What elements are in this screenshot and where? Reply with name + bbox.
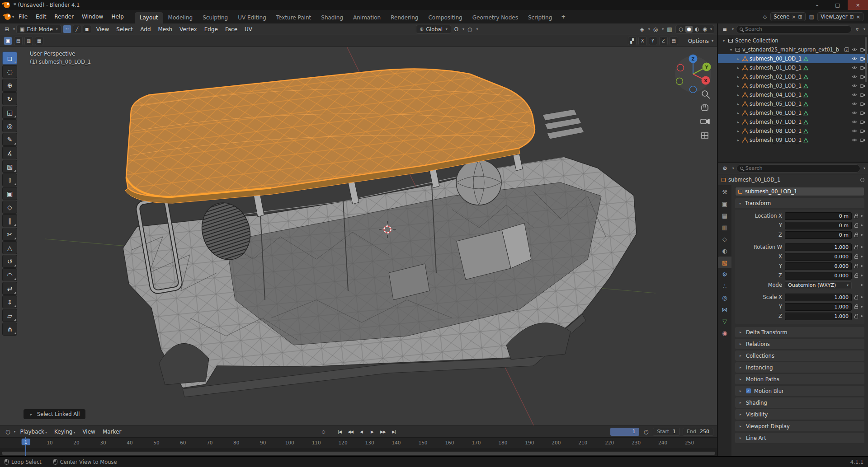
tab-modifiers[interactable]: ⚙: [718, 268, 731, 280]
play-button[interactable]: ▶: [367, 427, 377, 436]
tool-scale[interactable]: ◱: [2, 106, 17, 119]
lock-icon[interactable]: [854, 234, 858, 237]
tool-bevel[interactable]: ◇: [2, 201, 17, 214]
transform-panel-header[interactable]: ▾ Transform: [735, 198, 864, 208]
properties-section[interactable]: ▸ ✓ Delta Transform: [735, 327, 864, 337]
object-name-field[interactable]: submesh_00_LOD_1: [735, 187, 864, 196]
lock-icon[interactable]: [854, 225, 858, 228]
transform-value-field[interactable]: 0 m ▾: [785, 222, 852, 229]
viewport-3d[interactable]: Z Y X User Perspective (1) submesh_00_LO…: [0, 47, 717, 425]
outliner-search[interactable]: [736, 25, 852, 33]
tool-loop-cut[interactable]: ∥: [2, 214, 17, 227]
current-frame-field[interactable]: 1: [610, 428, 639, 436]
hide-viewport-eye-icon[interactable]: [852, 65, 857, 70]
tab-constraints[interactable]: ⋈: [718, 304, 731, 315]
mirror-z-button[interactable]: Z: [659, 37, 668, 45]
properties-section[interactable]: ▸ ✓ Motion Paths: [735, 374, 864, 384]
timeline-track-area[interactable]: [0, 448, 717, 456]
disclosure-icon[interactable]: ▾: [729, 48, 733, 52]
animate-dot-icon[interactable]: [861, 246, 863, 248]
transform-value-field[interactable]: 1.000 ▾: [785, 243, 852, 251]
lock-icon[interactable]: [854, 316, 858, 318]
animate-dot-icon[interactable]: [861, 275, 863, 276]
properties-section[interactable]: ▸ ✓ Relations: [735, 339, 864, 349]
properties-editor-type-button[interactable]: ⚙: [721, 165, 729, 172]
animate-dot-icon[interactable]: [861, 265, 863, 267]
collection-checkbox[interactable]: ✓: [844, 47, 849, 52]
tool-annotate[interactable]: ✎: [2, 133, 17, 146]
disable-render-camera-icon[interactable]: [860, 119, 865, 125]
outliner-search-input[interactable]: [745, 26, 848, 32]
tool-move[interactable]: ⊕: [2, 79, 17, 92]
blender-menu-icon[interactable]: [5, 14, 11, 20]
snap-magnet-icon[interactable]: Ω: [453, 26, 460, 33]
viewport-menu-item[interactable]: Face: [222, 26, 241, 33]
viewport-canvas[interactable]: Z Y X: [0, 47, 717, 425]
tool-cursor[interactable]: ◌: [2, 65, 17, 78]
shading-material-button[interactable]: ◐: [693, 26, 701, 33]
outliner-editor-type-button[interactable]: ≡: [721, 26, 729, 33]
filter-icon[interactable]: ▿: [854, 26, 860, 33]
animate-dot-icon[interactable]: [861, 234, 863, 236]
mirror-icon[interactable]: ▞: [628, 37, 637, 45]
outliner-object-row[interactable]: ▸ submesh_03_LOD_1: [718, 81, 868, 90]
disclosure-icon[interactable]: ▸: [736, 102, 741, 106]
xray-toggle-icon[interactable]: ▥: [665, 26, 674, 33]
animate-dot-icon[interactable]: [861, 315, 863, 317]
workspace-tab[interactable]: Geometry Nodes: [467, 12, 523, 23]
unlink-icon[interactable]: ×: [792, 14, 796, 20]
shading-rendered-button[interactable]: ◉: [701, 26, 708, 33]
workspace-tab[interactable]: Compositing: [423, 12, 467, 23]
workspace-tab[interactable]: Layout: [135, 12, 163, 23]
disclosure-icon[interactable]: ▸: [736, 138, 741, 142]
disclosure-icon[interactable]: ▸: [736, 111, 741, 115]
hide-viewport-eye-icon[interactable]: [852, 47, 857, 52]
frame-start-field[interactable]: Start 1: [653, 428, 680, 436]
tab-world[interactable]: ◐: [718, 245, 731, 257]
select-mode-subtract-button[interactable]: ▥: [24, 37, 33, 45]
hide-viewport-eye-icon[interactable]: [852, 137, 857, 143]
tool-rip-region[interactable]: ⋔: [2, 322, 17, 336]
tab-object[interactable]: ▧: [718, 257, 731, 268]
lock-icon[interactable]: [854, 297, 858, 299]
proportional-editing-icon[interactable]: ○: [466, 26, 474, 33]
editor-type-button[interactable]: ⊞: [3, 26, 11, 33]
tab-view-layer[interactable]: ▥: [718, 221, 731, 233]
transform-value-field[interactable]: 1.000 ▾: [785, 303, 852, 311]
scene-selector[interactable]: Scene × ⊞: [770, 12, 806, 21]
maximize-button[interactable]: □: [827, 0, 848, 10]
outliner-object-row[interactable]: ▸ submesh_02_LOD_1: [718, 72, 868, 81]
tool-extrude-region[interactable]: ⇧: [2, 173, 17, 187]
tool-rotate[interactable]: ↻: [2, 92, 17, 105]
orientation-dropdown[interactable]: ⊕ Global ▾: [416, 25, 451, 34]
new-scene-icon[interactable]: ⊞: [798, 14, 802, 20]
timeline-menu-item[interactable]: Playback▾: [17, 429, 51, 435]
timeline-menu-item[interactable]: View▾: [79, 429, 99, 435]
animate-dot-icon[interactable]: [861, 215, 863, 217]
tab-physics[interactable]: ◎: [718, 292, 731, 304]
timeline-editor-type-button[interactable]: ◷: [4, 429, 12, 435]
viewport-menu-item[interactable]: Select: [113, 26, 137, 33]
options-dropdown[interactable]: Options: [688, 38, 709, 44]
animate-dot-icon[interactable]: [861, 224, 863, 226]
disclosure-icon[interactable]: ▸: [736, 93, 741, 97]
workspace-tab[interactable]: Texture Paint: [271, 12, 316, 23]
shading-wireframe-button[interactable]: ○: [678, 26, 685, 33]
scene-browse-icon[interactable]: ◇: [763, 14, 767, 20]
show-gizmo-icon[interactable]: ◈: [638, 26, 646, 33]
tool-shear[interactable]: ▱: [2, 309, 17, 322]
operator-panel[interactable]: ▸ Select Linked All: [24, 409, 85, 419]
hide-viewport-eye-icon[interactable]: [852, 119, 857, 125]
frame-end-field[interactable]: End 250: [683, 428, 713, 436]
mirror-y-button[interactable]: Y: [649, 37, 657, 45]
viewlayer-selector[interactable]: ViewLayer ⊞ ×: [817, 12, 863, 21]
play-reverse-button[interactable]: ◀: [356, 427, 366, 436]
tool-knife[interactable]: ✂: [2, 228, 17, 241]
tool-transform[interactable]: ◎: [2, 119, 17, 132]
disable-render-camera-icon[interactable]: [860, 128, 865, 134]
outliner-object-row[interactable]: ▸ submesh_08_LOD_1: [718, 126, 868, 135]
edge-select-mode-button[interactable]: ╱: [73, 25, 81, 33]
tab-material[interactable]: ◉: [718, 327, 731, 339]
jump-to-end-button[interactable]: ▶|: [389, 427, 399, 436]
disclosure-icon[interactable]: ▸: [736, 75, 741, 79]
